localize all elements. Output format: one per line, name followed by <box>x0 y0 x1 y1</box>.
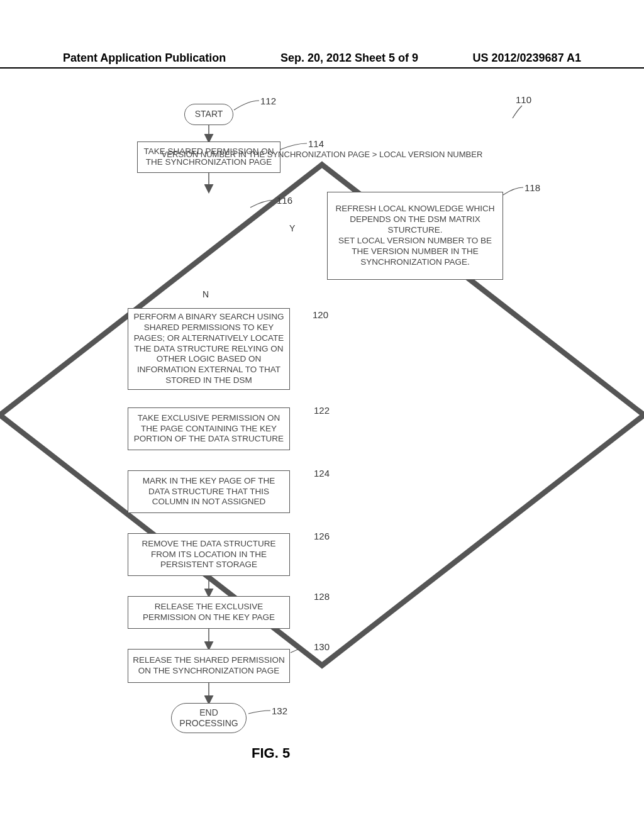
ref-116: 116 <box>277 195 292 206</box>
decision-116: VERSION NUMBER IN THE SYNCHRONIZATION PA… <box>0 0 113 88</box>
step-118-label: REFRESH LOCAL KNOWLEDGE WHICH DEPENDS ON… <box>331 204 499 267</box>
ref-128: 128 <box>314 591 330 602</box>
branch-n: N <box>203 289 209 299</box>
step-128: RELEASE THE EXCLUSIVE PERMISSION ON THE … <box>128 596 290 629</box>
step-126-label: REMOVE THE DATA STRUCTURE FROM ITS LOCAT… <box>132 539 286 571</box>
step-120: PERFORM A BINARY SEARCH USING SHARED PER… <box>128 308 290 390</box>
branch-y: Y <box>289 223 295 233</box>
ref-120: 120 <box>313 309 328 320</box>
step-124: MARK IN THE KEY PAGE OF THE DATA STRUCTU… <box>128 470 290 513</box>
step-120-label: PERFORM A BINARY SEARCH USING SHARED PER… <box>132 312 286 386</box>
ref-130: 130 <box>314 641 330 652</box>
flowchart-canvas: START 112 110 TAKE SHARED PERMISSION ON … <box>0 0 644 830</box>
figure-caption: FIG. 5 <box>252 745 290 761</box>
end-label: END PROCESSING <box>179 707 238 729</box>
step-128-label: RELEASE THE EXCLUSIVE PERMISSION ON THE … <box>132 602 286 623</box>
step-118: REFRESH LOCAL KNOWLEDGE WHICH DEPENDS ON… <box>327 192 503 280</box>
step-124-label: MARK IN THE KEY PAGE OF THE DATA STRUCTU… <box>132 476 286 508</box>
step-126: REMOVE THE DATA STRUCTURE FROM ITS LOCAT… <box>128 533 290 576</box>
decision-116-label: VERSION NUMBER IN THE SYNCHRONIZATION PA… <box>77 150 567 159</box>
ref-132: 132 <box>272 706 287 716</box>
ref-124: 124 <box>314 468 330 479</box>
ref-122: 122 <box>314 405 330 416</box>
end-terminal: END PROCESSING <box>171 703 247 733</box>
ref-118: 118 <box>525 182 540 193</box>
step-122-label: TAKE EXCLUSIVE PERMISSION ON THE PAGE CO… <box>132 413 286 445</box>
step-130-label: RELEASE THE SHARED PERMISSION ON THE SYN… <box>132 655 286 677</box>
step-130: RELEASE THE SHARED PERMISSION ON THE SYN… <box>128 649 290 683</box>
step-122: TAKE EXCLUSIVE PERMISSION ON THE PAGE CO… <box>128 407 290 450</box>
ref-126: 126 <box>314 531 330 541</box>
